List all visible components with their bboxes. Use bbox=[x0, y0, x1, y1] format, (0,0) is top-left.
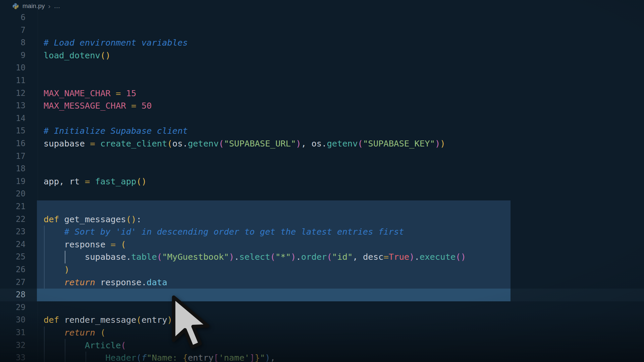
line-number[interactable]: 21 bbox=[0, 200, 25, 213]
code-token: order bbox=[301, 252, 327, 262]
code-line[interactable]: 24 response = ( bbox=[0, 238, 644, 251]
code-line[interactable]: 14 bbox=[0, 112, 644, 125]
mouse-cursor bbox=[170, 295, 210, 352]
line-number[interactable]: 16 bbox=[0, 137, 25, 150]
code-line[interactable]: 10 bbox=[0, 62, 644, 74]
line-number[interactable]: 28 bbox=[0, 289, 25, 301]
code-token: ( bbox=[157, 252, 162, 262]
code-token: entry bbox=[142, 315, 167, 325]
code-token: ) bbox=[291, 252, 296, 262]
code-token: ) bbox=[64, 264, 69, 275]
code-line-content: Article( bbox=[44, 339, 126, 352]
line-number[interactable]: 33 bbox=[0, 352, 25, 362]
line-number[interactable]: 10 bbox=[0, 62, 25, 74]
code-token: f bbox=[142, 353, 147, 362]
code-line[interactable]: 28 bbox=[0, 289, 644, 301]
python-icon bbox=[12, 3, 19, 10]
code-line[interactable]: 31 return ( bbox=[0, 326, 644, 339]
code-token: get_messages bbox=[59, 214, 126, 224]
line-number[interactable]: 31 bbox=[0, 326, 25, 339]
code-line[interactable]: 18 bbox=[0, 163, 644, 175]
code-line[interactable]: 21 bbox=[0, 200, 644, 213]
code-token: = bbox=[90, 138, 95, 148]
line-number[interactable]: 18 bbox=[0, 163, 25, 175]
code-line[interactable]: 29 bbox=[0, 301, 644, 314]
code-token: data bbox=[147, 277, 167, 287]
line-number[interactable]: 22 bbox=[0, 213, 25, 226]
code-token: ] bbox=[250, 353, 255, 362]
code-line[interactable]: 8# Load environment variables bbox=[0, 37, 644, 49]
line-number[interactable]: 9 bbox=[0, 49, 25, 62]
code-token: ) bbox=[296, 138, 301, 148]
line-number[interactable]: 8 bbox=[0, 37, 25, 49]
line-number[interactable]: 26 bbox=[0, 263, 25, 276]
code-line-content: supabase.table("MyGuestbook").select("*"… bbox=[44, 251, 466, 263]
code-token: { bbox=[183, 353, 188, 362]
code-token: response. bbox=[95, 277, 147, 287]
code-line[interactable]: 12MAX_NAME_CHAR = 15 bbox=[0, 87, 644, 100]
code-line-content: def get_messages(): bbox=[44, 213, 142, 226]
code-token: ( bbox=[121, 340, 126, 350]
line-number[interactable]: 27 bbox=[0, 276, 25, 289]
code-token: "id" bbox=[332, 252, 353, 262]
code-line[interactable]: 32 Article( bbox=[0, 339, 644, 352]
code-token bbox=[111, 88, 116, 98]
code-line[interactable]: 7 bbox=[0, 24, 644, 37]
code-line[interactable]: 16supabase = create_client(os.getenv("SU… bbox=[0, 137, 644, 150]
line-number[interactable]: 24 bbox=[0, 238, 25, 251]
line-number[interactable]: 11 bbox=[0, 74, 25, 87]
code-line[interactable]: 11 bbox=[0, 74, 644, 87]
code-line[interactable]: 26 ) bbox=[0, 263, 644, 276]
code-line-content: app, rt = fast_app() bbox=[44, 175, 147, 188]
code-line-content: # Load environment variables bbox=[44, 37, 188, 49]
code-line[interactable]: 23 # Sort by 'id' in descending order to… bbox=[0, 226, 644, 238]
code-token: , desc bbox=[353, 252, 383, 262]
line-number[interactable]: 19 bbox=[0, 175, 25, 188]
code-token: ( bbox=[136, 353, 141, 362]
code-token bbox=[126, 101, 131, 111]
code-line[interactable]: 33 Header(f"Name: {entry['name']}"), bbox=[0, 352, 644, 362]
code-token: # Sort by 'id' in descending order to ge… bbox=[64, 227, 404, 237]
code-token: def bbox=[44, 214, 59, 224]
code-line[interactable]: 20 bbox=[0, 188, 644, 200]
code-token: ( bbox=[270, 252, 275, 262]
code-line[interactable]: 19app, rt = fast_app() bbox=[0, 175, 644, 188]
code-line[interactable]: 15# Initialize Supabase client bbox=[0, 125, 644, 137]
code-line[interactable]: 27 return response.data bbox=[0, 276, 644, 289]
line-number[interactable]: 23 bbox=[0, 226, 25, 238]
breadcrumb-file[interactable]: main.py bbox=[22, 2, 45, 10]
code-token: getenv bbox=[188, 138, 219, 148]
code-line[interactable]: 9load_dotenv() bbox=[0, 49, 644, 62]
code-token bbox=[44, 264, 64, 275]
code-token: = bbox=[131, 101, 136, 111]
line-number[interactable]: 17 bbox=[0, 150, 25, 163]
code-token: () bbox=[100, 50, 111, 60]
code-token: . bbox=[296, 252, 301, 262]
code-line[interactable]: 25 supabase.table("MyGuestbook").select(… bbox=[0, 251, 644, 263]
line-number[interactable]: 25 bbox=[0, 251, 25, 263]
code-token: return bbox=[64, 327, 95, 338]
code-token: supabase. bbox=[44, 252, 131, 262]
code-line[interactable]: 13MAX_MESSAGE_CHAR = 50 bbox=[0, 100, 644, 112]
line-number[interactable]: 20 bbox=[0, 188, 25, 200]
code-line[interactable]: 17 bbox=[0, 150, 644, 163]
code-token bbox=[44, 340, 85, 350]
line-number[interactable]: 6 bbox=[0, 11, 25, 24]
line-number[interactable]: 14 bbox=[0, 112, 25, 125]
code-line[interactable]: 6 bbox=[0, 11, 644, 24]
code-line[interactable]: 22def get_messages(): bbox=[0, 213, 644, 226]
line-number[interactable]: 15 bbox=[0, 125, 25, 137]
line-number[interactable]: 7 bbox=[0, 24, 25, 37]
line-number[interactable]: 12 bbox=[0, 87, 25, 100]
code-line-content: supabase = create_client(os.getenv("SUPA… bbox=[44, 137, 445, 150]
line-number[interactable]: 32 bbox=[0, 339, 25, 352]
line-number[interactable]: 13 bbox=[0, 100, 25, 112]
line-number[interactable]: 30 bbox=[0, 314, 25, 326]
line-number[interactable]: 29 bbox=[0, 301, 25, 314]
code-token: () bbox=[126, 214, 137, 224]
breadcrumb-symbol-ellipsis[interactable]: … bbox=[54, 2, 61, 10]
code-token bbox=[95, 327, 100, 338]
code-token: "MyGuestbook" bbox=[162, 252, 229, 262]
code-token: " bbox=[260, 353, 265, 362]
code-line[interactable]: 30def render_message(entry): bbox=[0, 314, 644, 326]
